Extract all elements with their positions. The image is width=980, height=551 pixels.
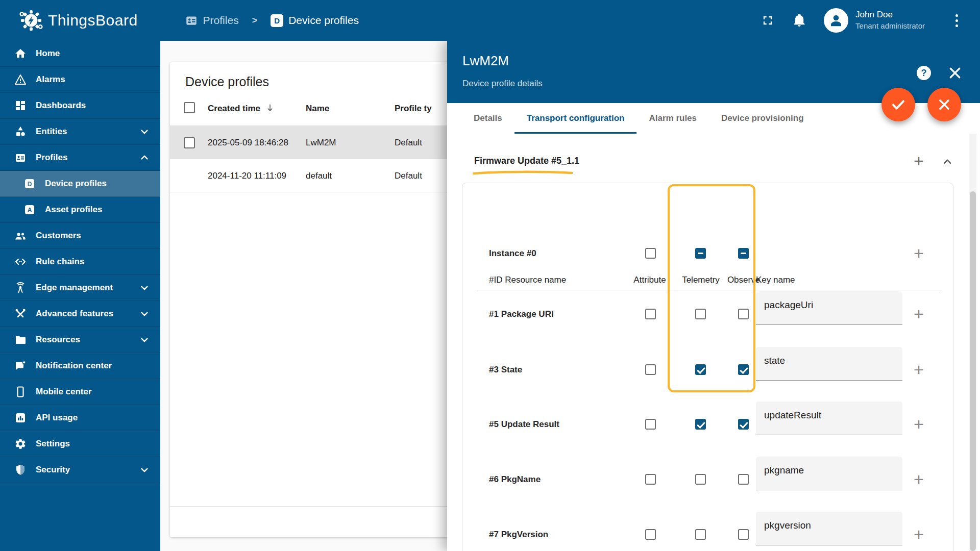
instance-telemetry-checkbox[interactable] bbox=[695, 248, 706, 259]
tab-details[interactable]: Details bbox=[461, 103, 514, 134]
telemetry-checkbox[interactable] bbox=[695, 309, 706, 319]
observe-checkbox[interactable] bbox=[738, 529, 749, 540]
add-attribute-lwm2m-button[interactable]: + bbox=[911, 416, 927, 433]
notifications-bell-icon[interactable] bbox=[792, 13, 806, 28]
sidebar-item-alarms[interactable]: Alarms bbox=[0, 67, 160, 93]
attribute-checkbox[interactable] bbox=[645, 419, 656, 430]
observe-checkbox[interactable] bbox=[738, 364, 749, 375]
attribute-checkbox[interactable] bbox=[645, 364, 656, 375]
observe-checkbox[interactable] bbox=[738, 474, 749, 485]
key-name-field[interactable]: pkgversion bbox=[756, 512, 902, 545]
user-name: John Doe bbox=[855, 9, 925, 21]
tools-icon bbox=[14, 308, 27, 320]
sidebar-item-rule-chains[interactable]: Rule chains bbox=[0, 249, 160, 275]
svg-text:D: D bbox=[28, 181, 32, 188]
kebab-menu-icon[interactable] bbox=[955, 14, 959, 27]
sidebar-item-entities[interactable]: Entities bbox=[0, 119, 160, 145]
sidebar-item-customers[interactable]: Customers bbox=[0, 223, 160, 249]
column-key-name: Key name bbox=[756, 275, 795, 285]
add-attribute-lwm2m-button[interactable]: + bbox=[911, 306, 927, 322]
panel-subtitle: Device profile details bbox=[462, 79, 543, 89]
panel-scrollbar-thumb[interactable] bbox=[970, 191, 976, 551]
header-actions: John Doe Tenant administrator bbox=[761, 0, 980, 41]
breadcrumb-device-profiles[interactable]: D Device profiles bbox=[271, 14, 359, 27]
row-checkbox[interactable] bbox=[184, 137, 195, 148]
sidebar-item-notification-center[interactable]: Notification center bbox=[0, 353, 160, 379]
telemetry-checkbox[interactable] bbox=[695, 364, 706, 375]
telemetry-checkbox[interactable] bbox=[695, 529, 706, 540]
select-all-checkbox[interactable] bbox=[184, 102, 195, 113]
add-resource-button[interactable]: + bbox=[911, 245, 927, 262]
column-profile-type[interactable]: Profile ty bbox=[395, 104, 432, 114]
sidebar-item-advanced-features[interactable]: Advanced features bbox=[0, 301, 160, 327]
sidebar-item-device-profiles[interactable]: D Device profiles bbox=[0, 171, 160, 197]
sidebar-item-home[interactable]: Home bbox=[0, 41, 160, 67]
folder-icon bbox=[14, 334, 27, 346]
telemetry-checkbox[interactable] bbox=[695, 419, 706, 430]
close-icon[interactable] bbox=[947, 65, 963, 81]
attribute-checkbox[interactable] bbox=[645, 474, 656, 485]
chevron-down-icon bbox=[139, 308, 150, 319]
api-usage-icon bbox=[14, 412, 27, 424]
instance-attribute-checkbox[interactable] bbox=[645, 248, 656, 259]
chevron-down-icon bbox=[139, 282, 150, 293]
key-name-field[interactable]: pkgname bbox=[756, 457, 902, 490]
observe-checkbox[interactable] bbox=[738, 419, 749, 430]
attribute-checkbox[interactable] bbox=[645, 309, 656, 319]
sidebar: Home Alarms Dashboards Entities Profiles… bbox=[0, 41, 160, 551]
column-name[interactable]: Name bbox=[306, 104, 329, 114]
sidebar-item-api-usage[interactable]: API usage bbox=[0, 405, 160, 431]
chevron-down-icon bbox=[139, 334, 150, 345]
key-name-field[interactable]: state bbox=[756, 347, 902, 381]
key-name-field[interactable]: packageUri bbox=[756, 291, 902, 325]
tab-alarm-rules[interactable]: Alarm rules bbox=[636, 103, 709, 134]
column-created-time[interactable]: Created time bbox=[208, 104, 260, 114]
sidebar-item-settings[interactable]: Settings bbox=[0, 431, 160, 457]
sidebar-item-security[interactable]: Security bbox=[0, 457, 160, 483]
chevron-down-icon bbox=[139, 256, 150, 267]
breadcrumb-profiles[interactable]: Profiles bbox=[185, 14, 239, 27]
sidebar-item-asset-profiles[interactable]: A Asset profiles bbox=[0, 197, 160, 223]
top-header: ThingsBoard Profiles > D Device profiles bbox=[0, 0, 980, 41]
avatar[interactable] bbox=[824, 8, 848, 33]
discard-changes-button[interactable] bbox=[927, 88, 961, 121]
breadcrumb-separator: > bbox=[252, 15, 258, 26]
annotation-underline bbox=[473, 170, 573, 176]
column-attribute: Attribute bbox=[627, 275, 672, 285]
column-telemetry: Telemetry bbox=[678, 275, 723, 285]
alarm-warning-icon bbox=[14, 73, 27, 86]
telemetry-checkbox[interactable] bbox=[695, 474, 706, 485]
attribute-checkbox[interactable] bbox=[645, 529, 656, 540]
help-icon[interactable]: ? bbox=[917, 66, 931, 80]
sidebar-item-profiles[interactable]: Profiles bbox=[0, 145, 160, 171]
add-attribute-lwm2m-button[interactable]: + bbox=[911, 527, 927, 543]
sidebar-item-dashboards[interactable]: Dashboards bbox=[0, 93, 160, 119]
profiles-badge-icon bbox=[185, 14, 198, 27]
edge-antenna-icon bbox=[14, 282, 27, 294]
sidebar-item-resources[interactable]: Resources bbox=[0, 327, 160, 353]
apply-changes-button[interactable] bbox=[881, 88, 915, 121]
home-icon bbox=[14, 47, 27, 60]
instance-observe-checkbox[interactable] bbox=[738, 248, 749, 259]
user-info[interactable]: John Doe Tenant administrator bbox=[855, 9, 925, 31]
tab-transport-configuration[interactable]: Transport configuration bbox=[514, 103, 637, 134]
add-instance-button[interactable]: + bbox=[911, 153, 927, 169]
sidebar-item-mobile-center[interactable]: Mobile center bbox=[0, 379, 160, 405]
sidebar-item-edge-management[interactable]: Edge management bbox=[0, 275, 160, 301]
entities-icon bbox=[14, 126, 27, 138]
add-attribute-lwm2m-button[interactable]: + bbox=[911, 471, 927, 488]
user-role: Tenant administrator bbox=[855, 21, 925, 31]
add-attribute-lwm2m-button[interactable]: + bbox=[911, 362, 927, 378]
observe-checkbox[interactable] bbox=[738, 309, 749, 319]
app-name: ThingsBoard bbox=[48, 12, 138, 29]
collapse-section-icon[interactable] bbox=[941, 155, 954, 168]
page-title: Device profiles bbox=[185, 74, 269, 89]
fullscreen-icon[interactable] bbox=[761, 13, 775, 28]
key-name-field[interactable]: updateResult bbox=[756, 402, 902, 435]
chevron-down-icon bbox=[139, 464, 150, 475]
transport-configuration-content: Firmware Update #5_1.1 + Instance #0 + #… bbox=[447, 134, 980, 551]
sort-desc-arrow-icon[interactable] bbox=[265, 103, 275, 113]
tab-device-provisioning[interactable]: Device provisioning bbox=[709, 103, 816, 134]
device-profile-d-icon: D bbox=[271, 14, 283, 27]
app-logo[interactable]: ThingsBoard bbox=[19, 9, 138, 32]
